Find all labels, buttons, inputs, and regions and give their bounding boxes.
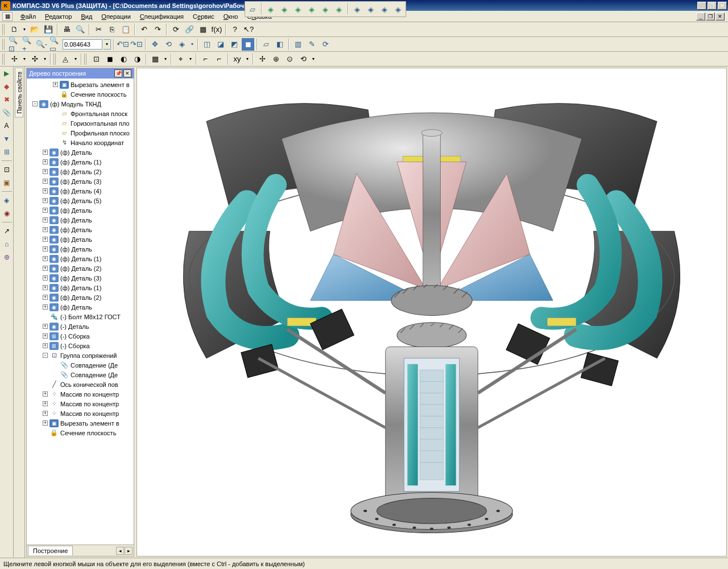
toolbar-grip[interactable] <box>2 53 5 65</box>
expand-icon[interactable]: + <box>43 285 48 290</box>
spec-button[interactable]: ▦ <box>197 23 209 36</box>
ls-btn7[interactable]: ⊞ <box>1 146 13 158</box>
iso2-button[interactable]: ◈ <box>278 3 291 15</box>
sk2-button[interactable]: ✣ <box>28 53 41 65</box>
expand-icon[interactable]: + <box>43 159 48 164</box>
expand-icon[interactable]: + <box>43 401 48 406</box>
expand-icon[interactable]: + <box>43 198 48 203</box>
tree-row[interactable]: +◉(ф) Деталь <box>27 215 134 225</box>
tree-row[interactable]: +◉(ф) Деталь (2) <box>27 167 134 176</box>
tree-row[interactable]: +◉(ф) Деталь <box>27 225 134 234</box>
iso1-button[interactable]: ◈ <box>264 3 277 15</box>
ls-btn4[interactable]: 📎 <box>1 107 13 118</box>
mdi-close-button[interactable]: ✕ <box>715 13 725 20</box>
tree-row[interactable]: ▱Горизонтальная пло <box>27 118 134 128</box>
sk9d[interactable]: ▾ <box>245 53 250 65</box>
expand-icon[interactable]: + <box>43 227 48 232</box>
tree-row[interactable]: ▱Профильная плоско <box>27 128 134 138</box>
iso10-button[interactable]: ◈ <box>392 3 404 15</box>
ls-btn9[interactable]: ▣ <box>1 177 13 188</box>
gridd[interactable]: ▾ <box>163 53 168 65</box>
paste-button[interactable]: 📋 <box>119 23 132 36</box>
surfd[interactable]: ▾ <box>73 53 78 65</box>
tree-row[interactable]: +◉(ф) Деталь (2) <box>27 263 134 273</box>
ls-btn6[interactable]: ▼ <box>1 133 13 145</box>
maximize-button[interactable]: ❐ <box>708 2 717 10</box>
redraw-button[interactable]: ⟳ <box>319 38 332 51</box>
plane-icon[interactable]: ▱ <box>246 3 259 15</box>
sk10-button[interactable]: ✢ <box>256 53 268 65</box>
whatsthis-button[interactable]: ↖? <box>242 23 255 36</box>
zoom-out-button[interactable]: 🔍- <box>35 38 48 51</box>
tree-row[interactable]: +▣Вырезать элемент в <box>27 80 134 89</box>
toolbar-grip[interactable] <box>2 39 5 50</box>
tree-row[interactable]: +◉(ф) Деталь (4) <box>27 186 134 196</box>
tree-row[interactable]: +◉(ф) Деталь (5) <box>27 196 134 205</box>
menu-spec[interactable]: Спецификация <box>135 12 188 21</box>
tree-row[interactable]: +◉(ф) Деталь <box>27 205 134 215</box>
tree-row[interactable]: +⊞(-) Сборка <box>27 341 134 351</box>
tree-row[interactable]: +⁘Массив по концентр <box>27 389 134 399</box>
ls-btn14[interactable]: ⊛ <box>1 251 13 263</box>
tree-row[interactable]: +▣Вырезать элемент в <box>27 418 134 428</box>
nohidden-button[interactable]: ◩ <box>228 38 241 51</box>
tree-row[interactable]: +◉(ф) Деталь (1) <box>27 283 134 292</box>
minimize-button[interactable]: _ <box>697 2 706 10</box>
sk13-button[interactable]: ⟲ <box>297 53 309 65</box>
floating-toolbar[interactable]: ▱ ◈ ◈ ◈ ◈ ◈ ◈ ◈ ◈ ◈ ◈ <box>245 1 406 17</box>
sk1-button[interactable]: ✢ <box>8 53 20 65</box>
expand-icon[interactable]: + <box>43 237 48 242</box>
sk4-button[interactable]: ◼ <box>104 53 116 65</box>
toolbar-grip[interactable] <box>53 53 56 65</box>
expand-icon[interactable]: + <box>43 275 48 281</box>
tree-row[interactable]: -◉(ф) Модуль ТКНД <box>27 99 134 109</box>
toolbar-grip[interactable] <box>84 53 87 65</box>
sk3-button[interactable]: ⊡ <box>90 53 102 65</box>
tree-row[interactable]: +⁘Массив по концентр <box>27 399 134 409</box>
tree-row[interactable]: +⁘Массив по концентр <box>27 409 134 418</box>
tree-row[interactable]: +◉(ф) Деталь (1) <box>27 254 134 263</box>
properties-panel-tab[interactable]: Панель свойств <box>15 68 23 118</box>
preview-button[interactable]: 🔍 <box>74 23 86 36</box>
rotate-button[interactable]: ⟲ <box>162 38 175 51</box>
close-button[interactable]: ✕ <box>718 2 727 10</box>
wireframe-button[interactable]: ◫ <box>201 38 213 51</box>
view-next-button[interactable]: ↷⊡ <box>130 38 143 51</box>
zoom-window-button[interactable]: 🔍▭ <box>49 38 61 51</box>
shaded-button[interactable]: ◼ <box>242 38 254 51</box>
expand-icon[interactable]: + <box>43 217 48 222</box>
expand-icon[interactable]: + <box>43 256 48 261</box>
section-button[interactable]: ◧ <box>274 38 286 51</box>
sk6-button[interactable]: ◑ <box>131 53 143 65</box>
expand-icon[interactable]: + <box>43 420 48 426</box>
ls-btn12[interactable]: ↗ <box>1 225 13 237</box>
mdi-minimize-button[interactable]: _ <box>696 13 705 20</box>
menu-window[interactable]: Окно <box>219 12 243 21</box>
menu-editor[interactable]: Редактор <box>40 12 76 21</box>
perspective-button[interactable]: ▱ <box>260 38 272 51</box>
expand-icon[interactable]: + <box>43 333 48 339</box>
tree-close-button[interactable]: ✕ <box>123 69 131 77</box>
ls-btn1[interactable]: ▶ <box>1 68 13 79</box>
edit-button[interactable]: ✎ <box>305 38 318 51</box>
app-menu-icon[interactable]: ▦ <box>2 12 13 21</box>
tree-tab-build[interactable]: Построение <box>28 546 73 555</box>
menu-service[interactable]: Сервис <box>188 12 219 21</box>
tree-row[interactable]: +◉(ф) Деталь (1) <box>27 157 134 167</box>
undo-button[interactable]: ↶ <box>138 23 150 36</box>
menu-file[interactable]: Файл <box>16 12 40 21</box>
new-dropdown[interactable]: ▾ <box>22 23 27 36</box>
ls-btn3[interactable]: ✖ <box>1 94 13 105</box>
expand-icon[interactable]: - <box>43 353 48 358</box>
tree-row[interactable]: +◉(ф) Деталь (3) <box>27 273 134 283</box>
expand-icon[interactable]: + <box>43 295 48 300</box>
tree-row[interactable]: +◉(ф) Деталь <box>27 302 134 312</box>
expand-icon[interactable]: + <box>43 266 48 271</box>
iso8-button[interactable]: ◈ <box>365 3 377 15</box>
expand-icon[interactable]: - <box>32 101 38 106</box>
sk9-button[interactable]: xy <box>231 53 243 65</box>
attach-button[interactable]: 🔗 <box>183 23 196 36</box>
expand-icon[interactable]: + <box>43 208 48 213</box>
zoom-field[interactable]: 0.084643 <box>63 39 102 50</box>
view-prev-button[interactable]: ↶⊡ <box>117 38 129 51</box>
